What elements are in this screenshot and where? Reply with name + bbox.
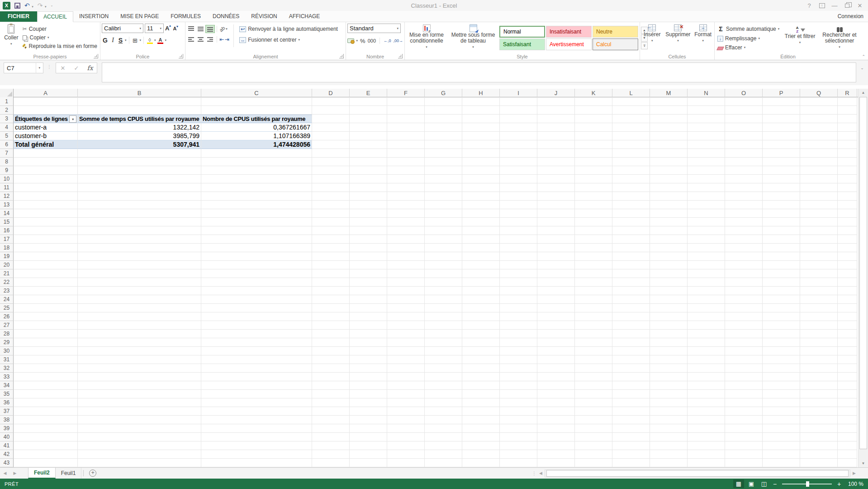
cell-D15[interactable] [312, 218, 350, 226]
cell-M2[interactable] [650, 106, 688, 115]
cell-M9[interactable] [650, 166, 688, 175]
cell-style-insatisfaisant[interactable]: Insatisfaisant [546, 26, 592, 38]
cell-K1[interactable] [575, 97, 612, 106]
cell-L34[interactable] [612, 381, 650, 390]
cell-D14[interactable] [312, 209, 350, 218]
cell-M15[interactable] [650, 218, 688, 226]
cell-J39[interactable] [537, 424, 575, 433]
cell-N7[interactable] [688, 149, 725, 158]
cell-A14[interactable] [14, 209, 78, 218]
cell-M16[interactable] [650, 226, 688, 235]
cell-B11[interactable] [78, 183, 201, 192]
cell-A43[interactable] [14, 459, 78, 467]
cell-H13[interactable] [462, 201, 500, 209]
cell-J12[interactable] [537, 192, 575, 201]
cell-O35[interactable] [725, 390, 763, 398]
cell-D38[interactable] [312, 416, 350, 424]
cell-D26[interactable] [312, 312, 350, 321]
align-top-icon[interactable] [187, 25, 195, 33]
cell-P16[interactable] [763, 226, 800, 235]
cell-R2[interactable] [838, 106, 857, 115]
cell-N14[interactable] [688, 209, 725, 218]
cell-O36[interactable] [725, 398, 763, 407]
cell-L38[interactable] [612, 416, 650, 424]
cell-A24[interactable] [14, 295, 78, 304]
cell-G4[interactable] [425, 123, 462, 132]
cell-C24[interactable] [201, 295, 312, 304]
sign-in-link[interactable]: Connexion [838, 11, 868, 22]
cell-E17[interactable] [350, 235, 387, 244]
cell-B22[interactable] [78, 278, 201, 287]
chevron-down-icon[interactable]: ▾ [702, 38, 704, 44]
cell-B29[interactable] [78, 338, 201, 347]
cell-D31[interactable] [312, 355, 350, 364]
cell-H37[interactable] [462, 407, 500, 416]
cell-F25[interactable] [387, 304, 425, 312]
cell-J9[interactable] [537, 166, 575, 175]
cell-J30[interactable] [537, 347, 575, 355]
cell-O24[interactable] [725, 295, 763, 304]
cell-H7[interactable] [462, 149, 500, 158]
cell-A12[interactable] [14, 192, 78, 201]
column-header-J[interactable]: J [537, 89, 575, 97]
delete-cells-button[interactable]: ✕ Supprimer ▾ [664, 24, 691, 52]
cell-K30[interactable] [575, 347, 612, 355]
cell-B37[interactable] [78, 407, 201, 416]
cell-I18[interactable] [500, 244, 537, 252]
cell-C43[interactable] [201, 459, 312, 467]
cell-H36[interactable] [462, 398, 500, 407]
cell-I11[interactable] [500, 183, 537, 192]
cell-G32[interactable] [425, 364, 462, 373]
sheet-tab-feuil1[interactable]: Feuil1 [56, 468, 82, 479]
cell-P17[interactable] [763, 235, 800, 244]
cell-E14[interactable] [350, 209, 387, 218]
cell-D6[interactable] [312, 140, 350, 149]
cell-P35[interactable] [763, 390, 800, 398]
cell-A41[interactable] [14, 441, 78, 450]
chevron-down-icon[interactable]: ▾ [47, 36, 49, 39]
cell-M39[interactable] [650, 424, 688, 433]
cell-B2[interactable] [78, 106, 201, 115]
cell-M30[interactable] [650, 347, 688, 355]
cell-B14[interactable] [78, 209, 201, 218]
cell-H9[interactable] [462, 166, 500, 175]
cell-E39[interactable] [350, 424, 387, 433]
cell-R7[interactable] [838, 149, 857, 158]
align-middle-icon[interactable] [196, 25, 205, 33]
cell-H38[interactable] [462, 416, 500, 424]
cell-K33[interactable] [575, 373, 612, 381]
cell-L16[interactable] [612, 226, 650, 235]
cell-N28[interactable] [688, 330, 725, 338]
cell-N20[interactable] [688, 261, 725, 269]
cell-M36[interactable] [650, 398, 688, 407]
cell-M31[interactable] [650, 355, 688, 364]
cell-I2[interactable] [500, 106, 537, 115]
cell-O34[interactable] [725, 381, 763, 390]
cell-B31[interactable] [78, 355, 201, 364]
cell-F7[interactable] [387, 149, 425, 158]
cell-L10[interactable] [612, 175, 650, 183]
chevron-down-icon[interactable]: ▾ [140, 38, 142, 42]
cell-A19[interactable] [14, 252, 78, 261]
cell-Q15[interactable] [800, 218, 838, 226]
row-header-25[interactable]: 25 [0, 304, 14, 312]
cell-G12[interactable] [425, 192, 462, 201]
cell-A36[interactable] [14, 398, 78, 407]
cell-F29[interactable] [387, 338, 425, 347]
cell-F34[interactable] [387, 381, 425, 390]
cell-P43[interactable] [763, 459, 800, 467]
cell-A15[interactable] [14, 218, 78, 226]
cell-J35[interactable] [537, 390, 575, 398]
cell-L35[interactable] [612, 390, 650, 398]
cell-D4[interactable] [312, 123, 350, 132]
cell-G11[interactable] [425, 183, 462, 192]
cell-Q3[interactable] [800, 115, 838, 123]
column-header-F[interactable]: F [387, 89, 425, 97]
vertical-scrollbar[interactable]: ▲ ▼ [858, 89, 868, 467]
cell-D17[interactable] [312, 235, 350, 244]
cell-I27[interactable] [500, 321, 537, 330]
cell-M29[interactable] [650, 338, 688, 347]
cell-M32[interactable] [650, 364, 688, 373]
cell-K11[interactable] [575, 183, 612, 192]
cell-A42[interactable] [14, 450, 78, 459]
